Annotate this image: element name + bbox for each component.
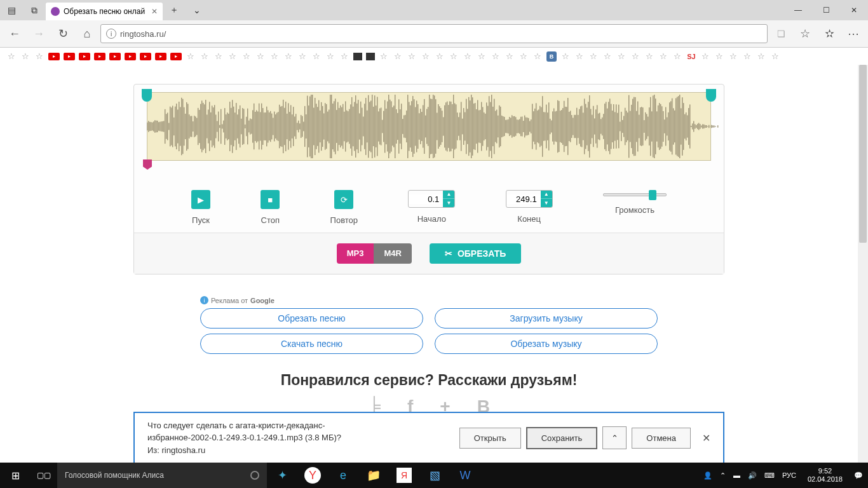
address-bar[interactable]: i ringtosha.ru/ [100, 24, 768, 43]
site-info-icon[interactable]: i [106, 29, 116, 39]
forward-button[interactable]: → [28, 23, 50, 44]
refresh-button[interactable]: ↻ [52, 23, 74, 44]
stop-button[interactable]: ■ [261, 190, 280, 209]
browser-tab[interactable]: Обрезать песню онлай ✕ [46, 3, 163, 20]
tray-language[interactable]: РУС [782, 471, 796, 479]
bookmark-star-icon[interactable]: ☆ [644, 51, 654, 62]
bookmark-star-icon[interactable]: ☆ [34, 51, 44, 62]
ad-link-cut-music[interactable]: Обрезать музыку [435, 334, 658, 354]
format-mp3[interactable]: MP3 [337, 243, 374, 264]
minimize-button[interactable]: — [784, 0, 812, 20]
bookmark-star-icon[interactable]: ☆ [241, 51, 252, 62]
task-view-icon[interactable]: ▢▢ [31, 463, 57, 488]
bookmark-star-icon[interactable]: ☆ [602, 51, 613, 62]
tray-people-icon[interactable]: 👤 [703, 471, 712, 480]
bookmark-youtube-icon[interactable]: ▸ [94, 53, 105, 60]
bookmark-star-icon[interactable]: ☆ [227, 51, 238, 62]
bookmark-star-icon[interactable]: ☆ [477, 51, 487, 62]
bookmark-star-icon[interactable]: ☆ [532, 51, 543, 62]
end-time-input[interactable]: ▲▼ [506, 190, 553, 208]
bookmark-star-icon[interactable]: ☆ [6, 51, 17, 62]
start-time-input[interactable]: ▲▼ [408, 190, 455, 208]
bookmark-box-icon[interactable] [353, 53, 362, 60]
bookmark-youtube-icon[interactable]: ▸ [125, 53, 136, 60]
bookmark-star-icon[interactable]: ☆ [463, 51, 473, 62]
bookmark-star-icon[interactable]: ☆ [658, 51, 668, 62]
tray-keyboard-icon[interactable]: ⌨ [764, 471, 775, 480]
bookmark-star-icon[interactable]: ☆ [186, 51, 196, 62]
bookmark-star-icon[interactable]: ☆ [20, 51, 31, 62]
end-up-icon[interactable]: ▲ [541, 190, 552, 199]
hub-icon[interactable]: ▤ [0, 0, 23, 20]
taskbar-app-paint[interactable]: ▧ [419, 463, 450, 488]
trim-handle-start[interactable] [142, 89, 152, 102]
bookmark-star-icon[interactable]: ☆ [339, 51, 349, 62]
bookmark-star-icon[interactable]: ☆ [574, 51, 585, 62]
bookmark-youtube-icon[interactable]: ▸ [109, 53, 121, 60]
close-tab-icon[interactable]: ✕ [151, 7, 158, 16]
bookmark-star-icon[interactable]: ☆ [505, 51, 515, 62]
scrollbar-thumb[interactable] [859, 65, 867, 243]
bookmark-star-icon[interactable]: ☆ [325, 51, 336, 62]
bookmark-star-icon[interactable]: ☆ [255, 51, 266, 62]
taskbar-app-yandex[interactable]: Y [304, 467, 321, 484]
bookmark-star-icon[interactable]: ☆ [588, 51, 599, 62]
bookmark-youtube-icon[interactable]: ▸ [170, 53, 182, 60]
tray-volume-icon[interactable]: 🔊 [748, 471, 757, 480]
cut-button[interactable]: ✂ ОБРЕЗАТЬ [430, 243, 521, 264]
bookmark-star-icon[interactable]: ☆ [297, 51, 308, 62]
start-button[interactable]: ⊞ [0, 463, 31, 488]
bookmark-star-icon[interactable]: ☆ [560, 51, 571, 62]
bookmark-star-icon[interactable]: ☆ [672, 51, 682, 62]
bookmark-star-icon[interactable]: ☆ [519, 51, 529, 62]
bookmark-star-icon[interactable]: ☆ [283, 51, 294, 62]
more-icon[interactable]: ⋯ [843, 23, 864, 44]
hub-icon-2[interactable]: ⧉ [23, 0, 46, 20]
bookmark-star-icon[interactable]: ☆ [269, 51, 280, 62]
start-down-icon[interactable]: ▼ [443, 199, 454, 208]
mic-icon[interactable] [250, 471, 259, 480]
download-open-button[interactable]: Открыть [459, 428, 521, 449]
format-toggle[interactable]: MP3 M4R [337, 243, 412, 264]
reading-view-icon[interactable]: ❏ [770, 23, 792, 44]
bookmark-star-icon[interactable]: ☆ [491, 51, 501, 62]
bookmark-star-icon[interactable]: ☆ [200, 51, 210, 62]
new-tab-icon[interactable]: ＋ [163, 0, 186, 20]
repeat-button[interactable]: ⟳ [334, 190, 353, 209]
bookmark-vk-icon[interactable]: B [546, 51, 557, 62]
favorite-icon[interactable]: ☆ [794, 23, 816, 44]
bookmark-star-icon[interactable]: ☆ [214, 51, 224, 62]
taskbar-app-edge[interactable]: e [328, 463, 358, 488]
ad-link-download-song[interactable]: Скачать песню [200, 334, 423, 354]
bookmark-star-icon[interactable]: ☆ [449, 51, 459, 62]
bookmark-star-icon[interactable]: ☆ [728, 51, 738, 62]
taskbar-search[interactable]: Голосовой помощник Алиса [57, 463, 267, 488]
play-button[interactable]: ▶ [191, 190, 210, 209]
bookmark-star-icon[interactable]: ☆ [407, 51, 417, 62]
bookmark-youtube-icon[interactable]: ▸ [64, 53, 75, 60]
bookmark-star-icon[interactable]: ☆ [742, 51, 752, 62]
download-cancel-button[interactable]: Отмена [632, 428, 691, 449]
bookmark-youtube-icon[interactable]: ▸ [155, 53, 166, 60]
bookmark-star-icon[interactable]: ☆ [616, 51, 627, 62]
tray-notifications-icon[interactable]: 💬 [854, 471, 863, 480]
back-button[interactable]: ← [4, 23, 25, 44]
bookmark-star-icon[interactable]: ☆ [311, 51, 322, 62]
taskbar-app-1[interactable]: ✦ [267, 463, 297, 488]
bookmark-youtube-icon[interactable]: ▸ [140, 53, 151, 60]
tray-chevron-icon[interactable]: ⌃ [720, 471, 726, 480]
bookmark-star-icon[interactable]: ☆ [435, 51, 445, 62]
download-close-icon[interactable]: ✕ [702, 432, 710, 444]
bookmark-youtube-icon[interactable]: ▸ [48, 53, 60, 60]
fade-handle[interactable] [143, 159, 152, 170]
trim-handle-end[interactable] [706, 89, 716, 102]
volume-knob[interactable] [649, 190, 656, 200]
taskbar-app-explorer[interactable]: 📁 [358, 463, 389, 488]
scrollbar[interactable] [858, 65, 868, 463]
ad-link-cut-song[interactable]: Обрезать песню [200, 308, 423, 329]
bookmark-sj-icon[interactable]: SJ [686, 51, 696, 62]
taskbar-app-word[interactable]: W [450, 463, 480, 488]
bookmark-star-icon[interactable]: ☆ [700, 51, 710, 62]
bookmark-star-icon[interactable]: ☆ [630, 51, 641, 62]
bookmark-star-icon[interactable]: ☆ [756, 51, 766, 62]
